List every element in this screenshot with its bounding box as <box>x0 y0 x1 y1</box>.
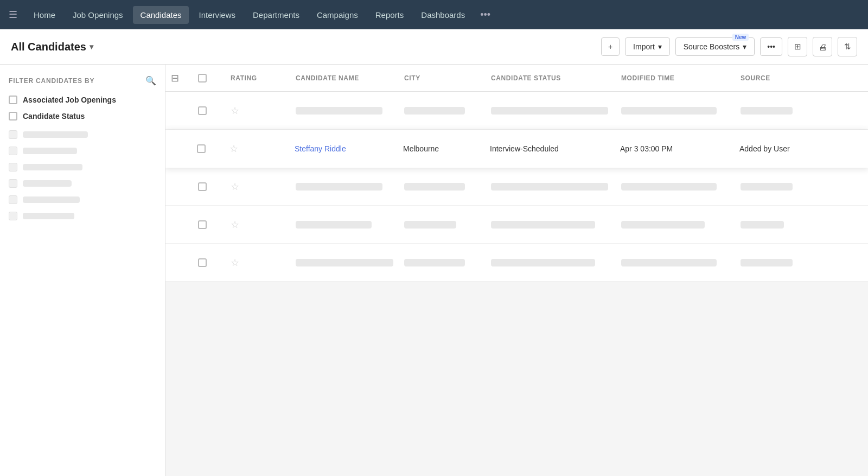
filter-section: Associated Job Openings Candidate Status <box>9 96 156 120</box>
skeleton-source <box>741 259 793 266</box>
candidate-name-link[interactable]: Steffany Riddle <box>295 144 346 153</box>
candidate-status-checkbox[interactable] <box>9 112 17 120</box>
candidates-title-dropdown[interactable]: All Candidates ▾ <box>11 41 93 53</box>
nav-campaigns[interactable]: Campaigns <box>309 6 366 24</box>
candidate-modified-time: Apr 3 03:00 PM <box>620 144 673 153</box>
nav-job-openings[interactable]: Job Openings <box>65 6 131 24</box>
skeleton-status <box>491 259 595 266</box>
grid-view-button[interactable]: ⊞ <box>788 37 807 56</box>
candidates-table: ⊟ RATING CANDIDATE NAME CITY CANDIDATE S… <box>165 65 868 282</box>
new-badge: New <box>732 34 749 41</box>
select-all-checkbox[interactable] <box>198 74 207 82</box>
nav-candidates[interactable]: Candidates <box>133 6 189 24</box>
row-checkbox[interactable] <box>198 258 207 267</box>
table-layout-icon: ⊟ <box>171 73 179 84</box>
row-checkbox[interactable] <box>198 182 207 191</box>
col-header-source: SOURCE <box>741 74 827 82</box>
skeleton-filter-1 <box>9 130 156 139</box>
toolbar: All Candidates ▾ + Import ▾ New Source B… <box>0 29 868 65</box>
source-boosters-chevron-icon: ▾ <box>743 42 746 51</box>
main-layout: FILTER CANDIDATES BY 🔍 Associated Job Op… <box>0 65 868 476</box>
filter-title: FILTER CANDIDATES BY <box>9 77 94 85</box>
col-header-modified-time: MODIFIED TIME <box>621 74 741 82</box>
skeleton-checkbox-4 <box>9 179 17 188</box>
skeleton-status <box>491 183 608 191</box>
filter-associated-job-openings[interactable]: Associated Job Openings <box>9 96 156 104</box>
import-chevron-icon: ▾ <box>658 42 662 51</box>
filter-header: FILTER CANDIDATES BY 🔍 <box>9 75 156 86</box>
skeleton-checkbox-2 <box>9 147 17 155</box>
steffany-riddle-checkbox[interactable] <box>197 144 206 153</box>
table-view-toggle[interactable]: ⊟ <box>171 72 198 84</box>
nav-reports[interactable]: Reports <box>368 6 412 24</box>
skeleton-name <box>296 107 382 115</box>
print-icon: 🖨 <box>819 42 827 52</box>
header-select-all[interactable] <box>198 74 231 82</box>
col-header-candidate-status: CANDIDATE STATUS <box>491 74 621 82</box>
hamburger-icon[interactable]: ☰ <box>9 9 17 21</box>
candidate-status: Interview-Scheduled <box>490 144 559 153</box>
filter-search-icon[interactable]: 🔍 <box>145 75 156 86</box>
skeleton-filter-2 <box>9 147 156 155</box>
import-button[interactable]: Import ▾ <box>625 37 670 56</box>
col-header-city: CITY <box>404 74 491 82</box>
col-header-candidate-name: CANDIDATE NAME <box>296 74 404 82</box>
skeleton-filter-5 <box>9 195 156 204</box>
candidate-status-label: Candidate Status <box>23 112 85 120</box>
source-boosters-button[interactable]: New Source Boosters ▾ <box>675 37 755 56</box>
skeleton-status <box>491 221 595 229</box>
grid-view-icon: ⊞ <box>794 42 801 52</box>
source-boosters-label: Source Boosters <box>684 42 740 51</box>
skeleton-filter-4 <box>9 179 156 188</box>
table-row: ☆ <box>165 92 868 130</box>
table-row-steffany-riddle[interactable]: ☆ Steffany Riddle Melbourne Interview-Sc… <box>165 130 868 168</box>
skeleton-time <box>621 221 705 229</box>
sort-button[interactable]: ⇅ <box>838 37 857 56</box>
skeleton-filter-6 <box>9 212 156 220</box>
skeleton-source <box>741 183 793 191</box>
nav-more-icon[interactable]: ••• <box>475 5 496 25</box>
candidate-city: Melbourne <box>403 144 439 153</box>
candidate-source: Added by User <box>739 144 790 153</box>
table-row: ☆ <box>165 244 868 282</box>
nav-home[interactable]: Home <box>26 6 63 24</box>
table-header: ⊟ RATING CANDIDATE NAME CITY CANDIDATE S… <box>165 65 868 92</box>
associated-job-openings-checkbox[interactable] <box>9 96 17 104</box>
star-icon[interactable]: ☆ <box>231 181 239 192</box>
skeleton-checkbox-3 <box>9 163 17 172</box>
page-title: All Candidates <box>11 41 86 53</box>
row-checkbox[interactable] <box>198 106 207 115</box>
print-button[interactable]: 🖨 <box>813 37 832 56</box>
skeleton-city <box>404 183 465 191</box>
star-icon[interactable]: ☆ <box>231 219 239 230</box>
skeleton-source <box>741 221 784 229</box>
add-button[interactable]: + <box>601 37 620 56</box>
row-checkbox[interactable] <box>198 220 207 229</box>
filter-candidate-status[interactable]: Candidate Status <box>9 112 156 120</box>
associated-job-openings-label: Associated Job Openings <box>23 96 116 104</box>
title-chevron-icon: ▾ <box>90 42 93 51</box>
sort-icon: ⇅ <box>844 42 851 52</box>
skeleton-label-2 <box>23 148 77 154</box>
import-label: Import <box>633 42 655 51</box>
nav-dashboards[interactable]: Dashboards <box>413 6 473 24</box>
more-options-button[interactable]: ••• <box>760 37 782 56</box>
star-icon[interactable]: ☆ <box>231 105 239 116</box>
skeleton-label-5 <box>23 196 80 203</box>
table-row: ☆ <box>165 206 868 244</box>
table-row: ☆ <box>165 168 868 206</box>
nav-departments[interactable]: Departments <box>245 6 307 24</box>
skeleton-label-3 <box>23 164 82 170</box>
col-header-rating: RATING <box>231 74 296 82</box>
skeleton-checkbox-6 <box>9 212 17 220</box>
skeleton-label-6 <box>23 213 74 219</box>
skeleton-label-4 <box>23 180 72 187</box>
star-icon[interactable]: ☆ <box>231 257 239 268</box>
skeleton-status <box>491 107 608 115</box>
skeleton-name <box>296 259 393 266</box>
nav-interviews[interactable]: Interviews <box>191 6 243 24</box>
skeleton-city <box>404 259 465 266</box>
add-icon: + <box>608 42 612 51</box>
steffany-riddle-star-icon[interactable]: ☆ <box>229 143 238 154</box>
skeleton-name <box>296 221 372 229</box>
